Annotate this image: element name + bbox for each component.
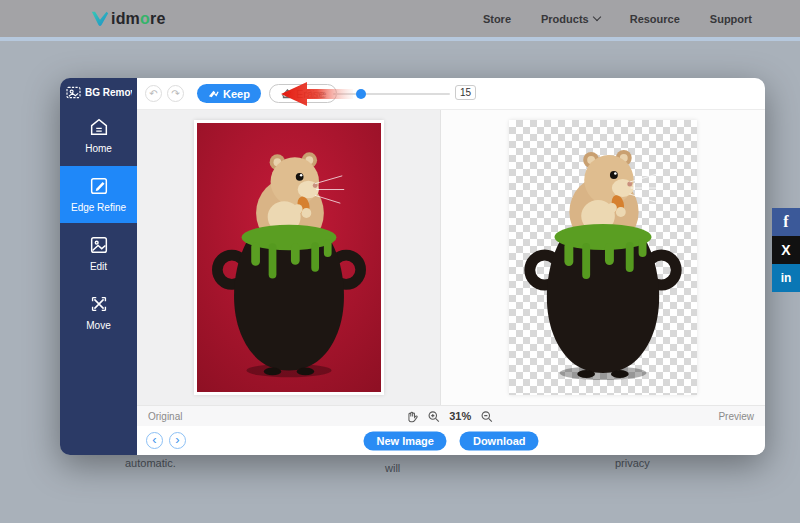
bg-text-center: will (385, 462, 400, 474)
sidebar-title: BG Remover (85, 87, 132, 98)
erase-button[interactable]: Erase (269, 84, 337, 103)
site-header: idmore Store Products Resource Support (0, 0, 800, 37)
nav-store[interactable]: Store (483, 13, 511, 25)
sidebar-item-move[interactable]: Move (60, 284, 137, 341)
sidebar-header: BG Remover (60, 78, 137, 105)
eraser-icon (281, 88, 292, 99)
zoom-level: 31% (449, 410, 471, 422)
chevron-down-icon (592, 13, 600, 21)
editor-content: ↶ ↷ Keep Erase Size (137, 78, 765, 455)
prev-image-button[interactable]: ‹ (146, 432, 163, 449)
undo-button[interactable]: ↶ (145, 85, 162, 102)
site-nav: Store Products Resource Support (483, 13, 752, 25)
keep-brush-icon (208, 88, 219, 99)
x-share-button[interactable]: X (772, 236, 800, 264)
view-tools: 31% (405, 410, 493, 423)
sidebar: BG Remover Home Edge Refine Edit (60, 78, 137, 455)
download-button[interactable]: Download (460, 431, 539, 450)
zoom-in-icon[interactable] (427, 410, 440, 423)
vidmore-logo[interactable]: idmore (90, 10, 166, 28)
bg-remover-modal: BG Remover Home Edge Refine Edit (60, 78, 765, 455)
zoom-out-icon[interactable] (480, 410, 493, 423)
image-icon (88, 234, 110, 256)
brush-size-value[interactable]: 15 (455, 85, 476, 100)
slider-thumb[interactable] (356, 89, 366, 99)
next-image-button[interactable]: › (169, 432, 186, 449)
sidebar-item-edit[interactable]: Edit (60, 225, 137, 282)
linkedin-share-button[interactable]: in (772, 264, 800, 292)
logo-text: idmore (111, 10, 166, 28)
keep-button[interactable]: Keep (197, 84, 261, 103)
brush-size-label: Size (305, 88, 326, 100)
move-icon (88, 293, 110, 315)
vidmore-v-icon (90, 10, 110, 28)
brush-size-slider[interactable] (333, 93, 450, 95)
facebook-share-button[interactable]: f (772, 208, 800, 236)
preview-label: Preview (718, 411, 754, 422)
edit-square-icon (88, 175, 110, 197)
nav-support[interactable]: Support (710, 13, 752, 25)
bg-text-left: automatic. (125, 457, 176, 469)
nav-resource[interactable]: Resource (630, 13, 680, 25)
bg-remover-icon (66, 86, 81, 99)
original-image[interactable] (194, 120, 384, 395)
footer-actions: New Image Download (363, 431, 538, 450)
sidebar-item-edge-refine[interactable]: Edge Refine (60, 166, 137, 223)
footer-bar: ‹ › New Image Download (137, 426, 765, 455)
preview-image[interactable] (509, 120, 697, 395)
social-share-rail: f X in (772, 208, 800, 292)
preview-panel (441, 110, 765, 405)
original-label: Original (148, 411, 182, 422)
canvas-area (137, 110, 765, 405)
redo-button[interactable]: ↷ (167, 85, 184, 102)
bg-text-right: privacy (615, 457, 650, 469)
toolbar: ↶ ↷ Keep Erase Size (137, 78, 765, 110)
home-icon (88, 116, 110, 138)
nav-products[interactable]: Products (541, 13, 600, 25)
info-bar: Original 31% Preview (137, 405, 765, 426)
hand-icon[interactable] (405, 410, 418, 423)
original-panel (137, 110, 440, 405)
sidebar-item-home[interactable]: Home (60, 107, 137, 164)
new-image-button[interactable]: New Image (363, 431, 446, 450)
hero-strip (0, 37, 800, 41)
page: idmore Store Products Resource Support a… (0, 0, 800, 523)
